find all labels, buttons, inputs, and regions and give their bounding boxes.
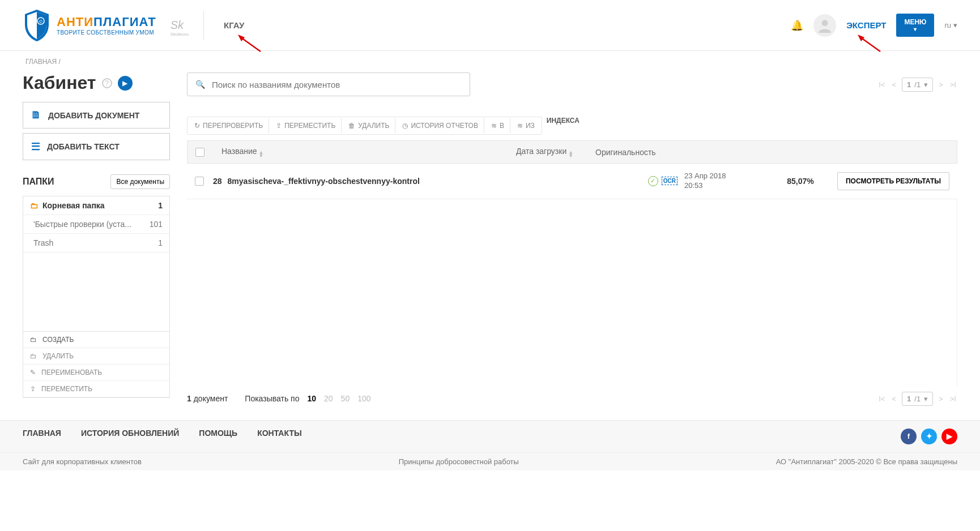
pencil-icon: ✎ bbox=[30, 369, 36, 376]
pager-next-icon[interactable]: > bbox=[938, 79, 944, 90]
per-page-option[interactable]: 20 bbox=[324, 394, 333, 403]
help-icon[interactable]: ? bbox=[102, 78, 112, 88]
folder-add-icon: 🗀 bbox=[30, 336, 37, 344]
refresh-icon: ↻ bbox=[194, 122, 200, 130]
toolbar-in[interactable]: ≋В bbox=[485, 118, 510, 133]
view-results-button[interactable]: ПОСМОТРЕТЬ РЕЗУЛЬТАТЫ bbox=[837, 172, 949, 190]
layers-icon: ≋ bbox=[517, 122, 523, 130]
search-input[interactable] bbox=[212, 80, 462, 89]
pager-page-select[interactable]: 1/1 ▾ bbox=[902, 392, 933, 406]
folder-icon: 🗀 bbox=[30, 201, 38, 210]
pager-next-icon[interactable]: > bbox=[938, 393, 944, 404]
row-time: 20:53 bbox=[684, 181, 764, 191]
language-selector[interactable]: ru▾ bbox=[944, 21, 957, 29]
facebook-icon[interactable]: f bbox=[901, 429, 917, 444]
sort-icon: ▲▼ bbox=[568, 151, 573, 157]
add-text-button[interactable]: ☰ДОБАВИТЬ ТЕКСТ bbox=[23, 133, 170, 160]
logo-text-anti: АНТИ bbox=[57, 15, 93, 29]
row-number: 28 bbox=[213, 177, 222, 186]
youtube-icon[interactable]: ▶ bbox=[941, 429, 957, 444]
row-checkbox[interactable] bbox=[195, 177, 204, 186]
per-page-option[interactable]: 100 bbox=[357, 394, 370, 403]
folder-tree: 🗀Корневая папка1 'Быстрые проверки (уста… bbox=[23, 196, 170, 252]
folder-tree-space bbox=[23, 252, 170, 332]
sort-icon: ▲▼ bbox=[259, 151, 264, 157]
logo[interactable]: © АНТИПЛАГИАТ ТВОРИТЕ СОБСТВЕННЫМ УМОМ bbox=[23, 8, 156, 42]
toolbar-recheck[interactable]: ↻ПЕРЕПРОВЕРИТЬ bbox=[189, 118, 269, 133]
pager-last-icon[interactable]: >I bbox=[949, 393, 957, 404]
folder-item[interactable]: Trash1 bbox=[23, 234, 169, 252]
pager-first-icon[interactable]: I< bbox=[877, 79, 886, 90]
logo-tagline: ТВОРИТЕ СОБСТВЕННЫМ УМОМ bbox=[57, 29, 156, 36]
menu-button[interactable]: МЕНЮ bbox=[896, 14, 934, 37]
document-icon: 🗎 bbox=[31, 109, 41, 121]
per-page-selector: Показывать по 10 20 50 100 bbox=[245, 394, 370, 403]
chevron-down-icon: ▾ bbox=[953, 21, 957, 29]
folders-heading: ПАПКИ bbox=[23, 177, 54, 187]
check-ok-icon: ✓ bbox=[648, 176, 658, 186]
pager-top: I< < 1/1 ▾ > >I bbox=[877, 78, 957, 92]
search-bar: 🔍 bbox=[187, 72, 470, 96]
pager-last-icon[interactable]: >I bbox=[949, 79, 957, 90]
table-row[interactable]: 288myasischeva-_ffektivnyy-obschestvenny… bbox=[187, 164, 957, 199]
page-title: Кабинет bbox=[23, 72, 96, 93]
footer-link[interactable]: ГЛАВНАЯ bbox=[23, 429, 61, 444]
skolkovo-logo: Sk bbox=[171, 19, 184, 32]
pager-prev-icon[interactable]: < bbox=[891, 393, 898, 404]
per-page-option[interactable]: 10 bbox=[307, 394, 316, 403]
col-date[interactable]: Дата загрузки▲▼ bbox=[516, 147, 595, 157]
row-title: 8myasischeva-_ffektivnyy-obschestvennyy-… bbox=[228, 177, 420, 186]
toolbar: ↻ПЕРЕПРОВЕРИТЬ ⇪ПЕРЕМЕСТИТЬ 🗑УДАЛИТЬ ◷ИС… bbox=[187, 117, 542, 135]
chevron-down-icon: ▾ bbox=[924, 395, 928, 403]
play-icon[interactable]: ▶ bbox=[118, 76, 133, 91]
move-icon: ⇪ bbox=[30, 385, 36, 393]
index-label: ИНДЕКСА bbox=[547, 117, 580, 125]
layers-icon: ≋ bbox=[491, 122, 497, 130]
toolbar-out[interactable]: ≋ИЗ bbox=[512, 118, 540, 133]
annotation-arrow-icon bbox=[238, 35, 266, 57]
user-role[interactable]: ЭКСПЕРТ bbox=[846, 20, 886, 30]
folder-delete-button[interactable]: 🗀УДАЛИТЬ bbox=[23, 348, 169, 365]
footer-sublink[interactable]: Принципы добросовестной работы bbox=[399, 457, 519, 466]
twitter-icon[interactable]: ✦ bbox=[921, 429, 937, 444]
avatar[interactable] bbox=[813, 14, 836, 37]
folder-item[interactable]: 'Быстрые проверки (уста...101 bbox=[23, 215, 169, 234]
ocr-badge: OCR bbox=[662, 177, 678, 185]
folder-rename-button[interactable]: ✎ПЕРЕИМЕНОВАТЬ bbox=[23, 365, 169, 381]
folder-item-root[interactable]: 🗀Корневая папка1 bbox=[23, 196, 169, 215]
text-icon: ☰ bbox=[31, 140, 40, 153]
footer-link[interactable]: КОНТАКТЫ bbox=[257, 429, 301, 444]
chevron-down-icon: ▾ bbox=[924, 80, 928, 89]
add-document-button[interactable]: 🗎ДОБАВИТЬ ДОКУМЕНТ bbox=[23, 102, 170, 129]
pager-first-icon[interactable]: I< bbox=[877, 393, 886, 404]
toolbar-delete[interactable]: 🗑УДАЛИТЬ bbox=[343, 118, 395, 133]
per-page-option[interactable]: 50 bbox=[341, 394, 350, 403]
all-documents-button[interactable]: Все документы bbox=[110, 174, 170, 189]
footer-link[interactable]: ПОМОЩЬ bbox=[199, 429, 237, 444]
separator bbox=[203, 11, 204, 40]
col-name[interactable]: Название▲▼ bbox=[204, 147, 516, 157]
svg-text:©: © bbox=[39, 19, 42, 24]
folder-move-button[interactable]: ⇪ПЕРЕМЕСТИТЬ bbox=[23, 381, 169, 397]
search-icon: 🔍 bbox=[195, 80, 205, 89]
clock-icon: ◷ bbox=[402, 122, 408, 130]
footer-link[interactable]: ИСТОРИЯ ОБНОВЛЕНИЙ bbox=[81, 429, 179, 444]
notifications-icon[interactable]: 🔔 bbox=[791, 19, 803, 32]
select-all-checkbox[interactable] bbox=[195, 148, 204, 157]
document-count: 1 документ bbox=[187, 394, 228, 403]
toolbar-move[interactable]: ⇪ПЕРЕМЕСТИТЬ bbox=[270, 118, 342, 133]
main-content: 🔍 I< < 1/1 ▾ > >I ↻ПЕРЕПРОВЕРИТЬ ⇪ПЕРЕМЕ… bbox=[187, 72, 957, 412]
pager-prev-icon[interactable]: < bbox=[891, 79, 898, 90]
pager-page-select[interactable]: 1/1 ▾ bbox=[902, 78, 933, 92]
table-empty-space bbox=[187, 199, 957, 386]
annotation-arrow-icon bbox=[858, 35, 886, 57]
breadcrumb[interactable]: ГЛАВНАЯ / bbox=[0, 51, 980, 72]
folder-remove-icon: 🗀 bbox=[30, 352, 37, 360]
organization-name: КГАУ bbox=[224, 20, 244, 30]
trash-icon: 🗑 bbox=[348, 122, 355, 130]
row-originality: 85,07% bbox=[764, 177, 837, 186]
footer-copyright: АО "Антиплагиат" 2005-2020 © Все права з… bbox=[776, 457, 957, 466]
folder-create-button[interactable]: 🗀СОЗДАТЬ bbox=[23, 332, 169, 348]
toolbar-history[interactable]: ◷ИСТОРИЯ ОТЧЕТОВ bbox=[397, 118, 484, 133]
footer-sublink[interactable]: Сайт для корпоративных клиентов bbox=[23, 457, 142, 466]
